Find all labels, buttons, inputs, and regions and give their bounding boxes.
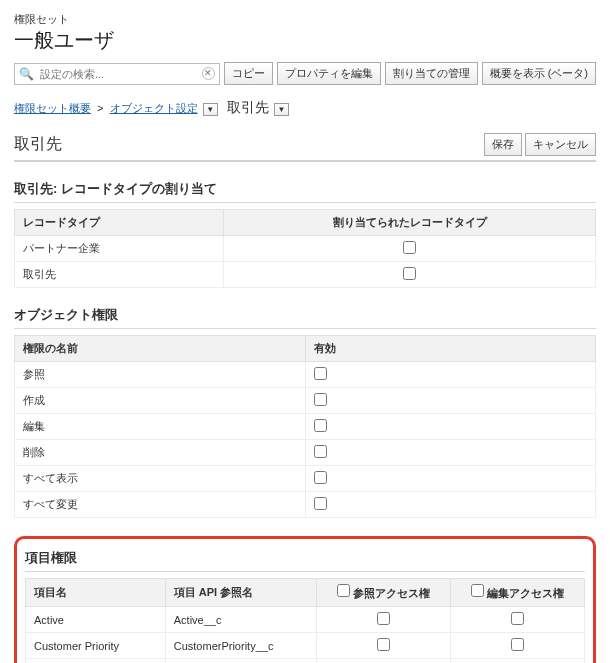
toolbar: 🔍 ✕ コピー プロパティを編集 割り当ての管理 概要を表示 (ベータ) xyxy=(14,62,596,85)
col-field: 項目名 xyxy=(26,579,166,607)
perm-label: 編集 xyxy=(15,414,306,440)
view-summary-button[interactable]: 概要を表示 (ベータ) xyxy=(482,62,596,85)
perm-checkbox[interactable] xyxy=(314,471,327,484)
cancel-button[interactable]: キャンセル xyxy=(525,133,596,156)
table-row: 作成 xyxy=(15,388,596,414)
search-input[interactable] xyxy=(38,67,202,81)
object-perms-title: オブジェクト権限 xyxy=(14,302,596,329)
clone-button[interactable]: コピー xyxy=(224,62,273,85)
table-row: D&B 企業DandbCompanyId xyxy=(26,659,585,664)
table-row: 削除 xyxy=(15,440,596,466)
field-label: D&B 企業 xyxy=(26,659,166,664)
breadcrumb-overview[interactable]: 権限セット概要 xyxy=(14,102,91,114)
record-type-checkbox[interactable] xyxy=(403,267,416,280)
perm-checkbox[interactable] xyxy=(314,497,327,510)
read-all-checkbox[interactable] xyxy=(337,584,350,597)
edit-checkbox[interactable] xyxy=(511,638,524,651)
section-heading: 取引先 xyxy=(14,134,62,155)
table-row: パートナー企業 xyxy=(15,236,596,262)
breadcrumb: 権限セット概要 > オブジェクト設定 ▼ 取引先 ▼ xyxy=(14,99,596,117)
col-read: 参照アクセス権 xyxy=(316,579,450,607)
breadcrumb-object-settings[interactable]: オブジェクト設定 xyxy=(110,102,198,114)
col-api: 項目 API 参照名 xyxy=(165,579,316,607)
read-checkbox[interactable] xyxy=(377,638,390,651)
edit-all-checkbox[interactable] xyxy=(471,584,484,597)
table-row: すべて変更 xyxy=(15,492,596,518)
table-row: ActiveActive__c xyxy=(26,607,585,633)
table-row: 参照 xyxy=(15,362,596,388)
edit-checkbox[interactable] xyxy=(511,612,524,625)
field-perms-table: 項目名 項目 API 参照名 参照アクセス権 編集アクセス権 ActiveAct… xyxy=(25,578,585,663)
field-label: Active xyxy=(26,607,166,633)
perm-label: すべて表示 xyxy=(15,466,306,492)
field-api: DandbCompanyId xyxy=(165,659,316,664)
record-type-label: パートナー企業 xyxy=(15,236,224,262)
col-read-label: 参照アクセス権 xyxy=(353,587,430,599)
col-edit: 編集アクセス権 xyxy=(450,579,584,607)
perm-label: 削除 xyxy=(15,440,306,466)
perm-checkbox[interactable] xyxy=(314,419,327,432)
object-settings-dropdown-icon[interactable]: ▼ xyxy=(203,103,218,116)
record-types-title: 取引先: レコードタイプの割り当て xyxy=(14,176,596,203)
field-api: Active__c xyxy=(165,607,316,633)
field-label: Customer Priority xyxy=(26,633,166,659)
perm-label: 参照 xyxy=(15,362,306,388)
breadcrumb-current: 取引先 xyxy=(227,99,269,115)
perm-checkbox[interactable] xyxy=(314,367,327,380)
perm-checkbox[interactable] xyxy=(314,445,327,458)
col-enabled: 有効 xyxy=(305,336,596,362)
clear-search-icon[interactable]: ✕ xyxy=(202,67,215,80)
record-types-table: レコードタイプ 割り当てられたレコードタイプ パートナー企業取引先 xyxy=(14,209,596,288)
record-type-label: 取引先 xyxy=(15,262,224,288)
current-dropdown-icon[interactable]: ▼ xyxy=(274,103,289,116)
table-row: 取引先 xyxy=(15,262,596,288)
table-row: Customer PriorityCustomerPriority__c xyxy=(26,633,585,659)
field-perms-highlight: 項目権限 項目名 項目 API 参照名 参照アクセス権 編集アクセス権 Acti… xyxy=(14,536,596,663)
field-api: CustomerPriority__c xyxy=(165,633,316,659)
section-header: 取引先 保存 キャンセル xyxy=(14,133,596,162)
read-checkbox[interactable] xyxy=(377,612,390,625)
col-assigned: 割り当てられたレコードタイプ xyxy=(224,210,596,236)
page-title: 一般ユーザ xyxy=(14,27,596,54)
col-perm-name: 権限の名前 xyxy=(15,336,306,362)
save-button[interactable]: 保存 xyxy=(484,133,522,156)
manage-assignments-button[interactable]: 割り当ての管理 xyxy=(385,62,478,85)
edit-properties-button[interactable]: プロパティを編集 xyxy=(277,62,381,85)
perm-label: 作成 xyxy=(15,388,306,414)
col-edit-label: 編集アクセス権 xyxy=(487,587,564,599)
search-box: 🔍 ✕ xyxy=(14,63,220,85)
field-perms-title: 項目権限 xyxy=(25,545,585,572)
table-row: 編集 xyxy=(15,414,596,440)
record-type-checkbox[interactable] xyxy=(403,241,416,254)
header-subtitle: 権限セット xyxy=(14,12,596,27)
col-record-type: レコードタイプ xyxy=(15,210,224,236)
search-icon: 🔍 xyxy=(19,67,34,81)
object-perms-table: 権限の名前 有効 参照作成編集削除すべて表示すべて変更 xyxy=(14,335,596,518)
table-row: すべて表示 xyxy=(15,466,596,492)
perm-checkbox[interactable] xyxy=(314,393,327,406)
perm-label: すべて変更 xyxy=(15,492,306,518)
